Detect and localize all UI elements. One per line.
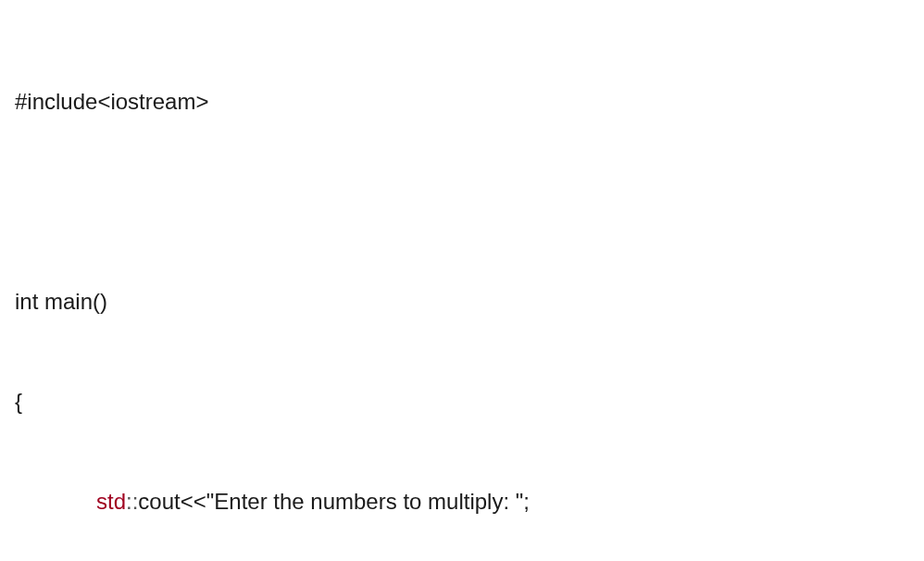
code-line-cout-prompt: std::cout<<"Enter the numbers to multipl… <box>15 485 909 518</box>
code-line-include: #include<iostream> <box>15 85 909 118</box>
include-directive: #include<iostream> <box>15 89 208 114</box>
code-block: #include<iostream> int main() { std::cou… <box>15 19 909 561</box>
blank-line <box>15 185 909 218</box>
main-decl: int main <box>15 289 93 314</box>
open-brace: { <box>15 389 22 414</box>
main-parens: () <box>93 289 107 314</box>
code-line-open-brace: { <box>15 385 909 418</box>
std-keyword: std <box>96 489 126 514</box>
scope-op: :: <box>126 489 138 514</box>
code-line-main: int main() <box>15 285 909 318</box>
cout-prompt: cout<<"Enter the numbers to multiply: "; <box>138 489 530 514</box>
